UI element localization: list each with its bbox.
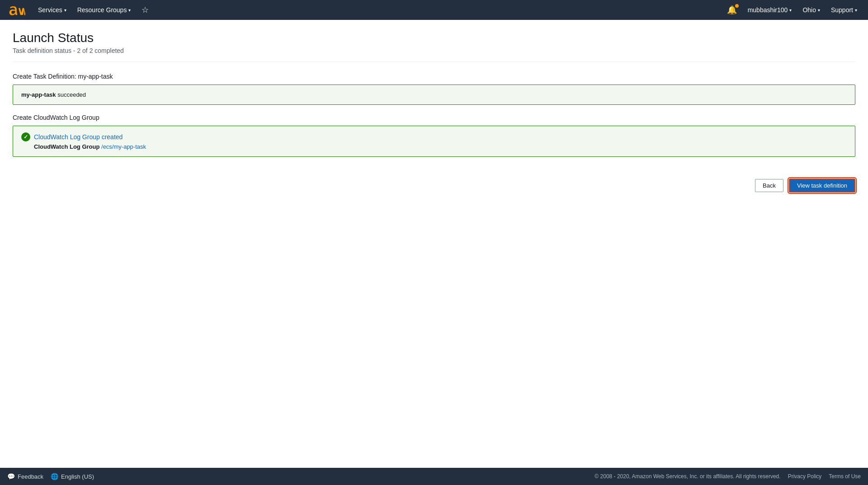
user-menu[interactable]: mubbashir100 ▾ bbox=[744, 5, 796, 15]
back-button[interactable]: Back bbox=[755, 179, 783, 192]
page-title: Launch Status bbox=[13, 31, 855, 45]
success-check-icon bbox=[21, 132, 30, 141]
favorites-icon[interactable]: ☆ bbox=[138, 3, 152, 17]
view-task-definition-button[interactable]: View task definition bbox=[789, 179, 855, 193]
resource-groups-chevron-icon: ▾ bbox=[128, 8, 131, 13]
main-content: Launch Status Task definition status - 2… bbox=[0, 20, 868, 203]
region-menu[interactable]: Ohio ▾ bbox=[799, 5, 824, 15]
services-nav-item[interactable]: Services ▾ bbox=[34, 5, 70, 15]
region-chevron-icon: ▾ bbox=[818, 8, 820, 13]
nav-left: Services ▾ Resource Groups ▾ ☆ bbox=[7, 3, 152, 17]
notifications-bell[interactable]: 🔔 bbox=[723, 3, 741, 17]
support-menu[interactable]: Support ▾ bbox=[827, 5, 861, 15]
services-label: Services bbox=[38, 6, 62, 14]
cloudwatch-sub-text: CloudWatch Log Group /ecs/my-app-task bbox=[34, 143, 847, 150]
task-def-status-box: my-app-task succeeded bbox=[13, 85, 855, 105]
notification-badge bbox=[735, 4, 739, 8]
cloudwatch-section-label: Create CloudWatch Log Group bbox=[13, 114, 855, 121]
cloudwatch-log-path-link[interactable]: /ecs/my-app-task bbox=[101, 143, 146, 150]
task-definition-section: Create Task Definition: my-app-task my-a… bbox=[13, 73, 855, 105]
user-label: mubbashir100 bbox=[748, 6, 788, 14]
aws-logo[interactable] bbox=[7, 5, 25, 15]
support-label: Support bbox=[831, 6, 853, 14]
top-navigation: Services ▾ Resource Groups ▾ ☆ 🔔 mubbash… bbox=[0, 0, 868, 20]
user-chevron-icon: ▾ bbox=[789, 8, 792, 13]
resource-groups-label: Resource Groups bbox=[77, 6, 127, 14]
cloudwatch-sub-label: CloudWatch Log Group bbox=[34, 143, 99, 150]
region-label: Ohio bbox=[802, 6, 816, 14]
support-chevron-icon: ▾ bbox=[855, 8, 857, 13]
cloudwatch-log-group-link[interactable]: CloudWatch Log Group created bbox=[34, 133, 123, 141]
services-chevron-icon: ▾ bbox=[64, 8, 66, 13]
cloudwatch-section: Create CloudWatch Log Group CloudWatch L… bbox=[13, 114, 855, 157]
task-def-status-text: my-app-task succeeded bbox=[21, 91, 847, 98]
nav-right: 🔔 mubbashir100 ▾ Ohio ▾ Support ▾ bbox=[723, 3, 861, 17]
task-def-section-label: Create Task Definition: my-app-task bbox=[13, 73, 855, 80]
cloudwatch-header: CloudWatch Log Group created bbox=[21, 132, 847, 141]
page-subtitle: Task definition status - 2 of 2 complete… bbox=[13, 47, 855, 62]
task-def-name: my-app-task bbox=[21, 91, 56, 98]
footer-actions: Back View task definition bbox=[13, 171, 855, 193]
resource-groups-nav-item[interactable]: Resource Groups ▾ bbox=[74, 5, 135, 15]
cloudwatch-status-box: CloudWatch Log Group created CloudWatch … bbox=[13, 126, 855, 157]
